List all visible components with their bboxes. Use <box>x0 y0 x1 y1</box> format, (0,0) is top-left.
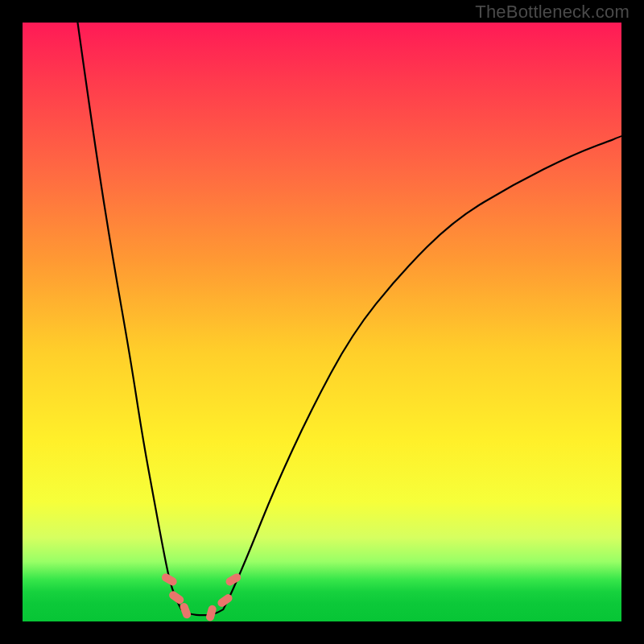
bottleneck-curve <box>77 23 621 615</box>
watermark-text: TheBottleneck.com <box>475 2 630 23</box>
chart-overlay <box>23 23 621 621</box>
plot-area <box>23 23 621 621</box>
curve-marker <box>167 589 185 605</box>
curve-marker <box>179 602 192 620</box>
chart-frame: TheBottleneck.com <box>0 0 644 644</box>
